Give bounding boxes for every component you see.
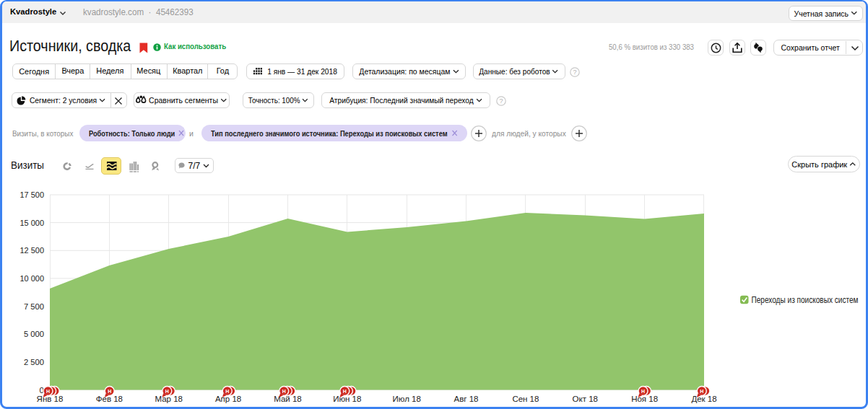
svg-text:Н: Н	[108, 389, 111, 394]
svg-text:Окт 18: Окт 18	[573, 395, 598, 403]
svg-text:Н: Н	[641, 389, 645, 394]
svg-text:2 500: 2 500	[24, 358, 44, 366]
svg-text:15 000: 15 000	[20, 219, 45, 227]
svg-text:?: ?	[573, 69, 576, 76]
svg-text:Переходы из поисковых систем: Переходы из поисковых систем	[752, 295, 859, 305]
svg-text:Н: Н	[282, 389, 286, 394]
svg-text:17 500: 17 500	[20, 190, 45, 199]
svg-text:Н: Н	[46, 389, 50, 394]
svg-text:12 500: 12 500	[20, 246, 45, 255]
svg-text:Н: Н	[700, 389, 703, 394]
svg-text:Сен 18: Сен 18	[512, 395, 539, 403]
svg-text:?: ?	[499, 97, 503, 105]
svg-text:Июл 18: Июл 18	[393, 395, 421, 403]
svg-text:10 000: 10 000	[20, 274, 45, 283]
svg-text:Н: Н	[343, 389, 347, 394]
svg-text:Авг 18: Авг 18	[454, 395, 479, 403]
svg-text:Н: Н	[165, 389, 169, 394]
svg-text:5 000: 5 000	[24, 330, 44, 338]
svg-text:Н: Н	[225, 389, 229, 394]
svg-text:7 500: 7 500	[24, 302, 44, 311]
